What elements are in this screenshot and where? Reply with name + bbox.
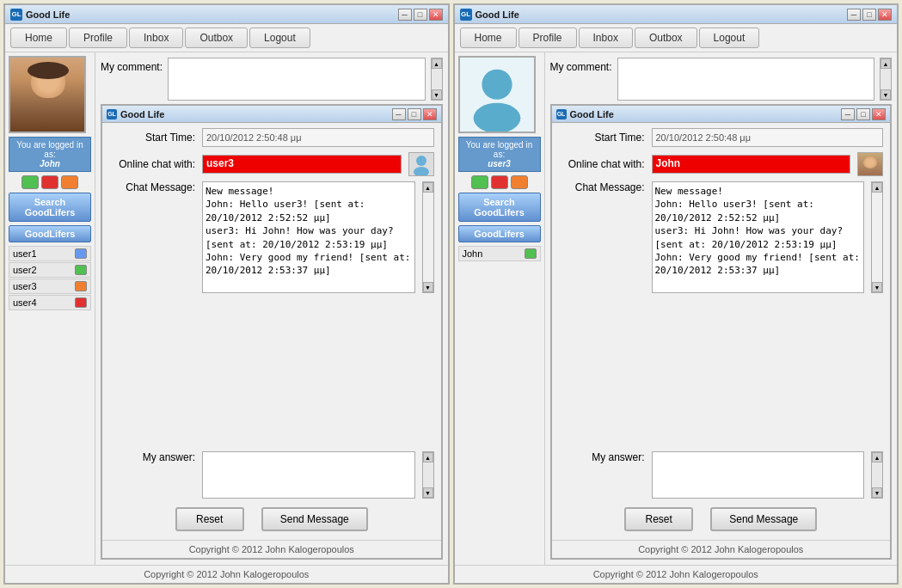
title-bar-1: GL Good Life ─ □ ✕: [5, 5, 448, 24]
online-chat-row-2: Online chat with: John: [559, 152, 884, 176]
nav-outbox-1[interactable]: Outbox: [185, 28, 248, 48]
maximize-btn-1[interactable]: □: [414, 9, 427, 21]
start-time-input-1[interactable]: [202, 128, 434, 147]
nav-profile-1[interactable]: Profile: [69, 28, 127, 48]
logged-in-label-2: You are logged in as:: [463, 140, 537, 159]
window-2: GL Good Life ─ □ ✕ Home Profile Inbox Ou…: [453, 3, 899, 585]
scroll-up-comment-2[interactable]: ▲: [881, 58, 891, 69]
send-btn-2[interactable]: Send Message: [710, 507, 817, 531]
scroll-up-chat-2[interactable]: ▲: [872, 182, 882, 193]
goodlifers-label-2: GoodLifers: [458, 225, 541, 242]
nav-logout-1[interactable]: Logout: [249, 28, 310, 48]
dialog-close-2[interactable]: ✕: [872, 108, 886, 120]
reset-btn-1[interactable]: Reset: [175, 507, 244, 531]
nav-inbox-2[interactable]: Inbox: [579, 28, 633, 48]
scroll-up-comment-1[interactable]: ▲: [432, 58, 442, 69]
chat-content-1[interactable]: [202, 181, 415, 293]
svg-point-1: [414, 167, 429, 175]
answer-textarea-1[interactable]: [202, 451, 415, 499]
nav-profile-2[interactable]: Profile: [518, 28, 577, 48]
nav-outbox-2[interactable]: Outbox: [635, 28, 697, 48]
chat-content-2[interactable]: [652, 181, 865, 293]
user-item-1-1[interactable]: user1: [9, 246, 91, 261]
nav-home-1[interactable]: Home: [10, 28, 67, 48]
main-content-1: You are logged in as: John Search GoodLi…: [5, 52, 448, 565]
chat-message-label-1: Chat Message:: [109, 181, 195, 193]
scroll-up-chat-1[interactable]: ▲: [423, 182, 433, 193]
dialog-maximize-2[interactable]: □: [856, 108, 870, 120]
dot-red-1[interactable]: [41, 175, 58, 189]
outer-footer-2: Copyright © 2012 John Kalogeropoulos: [455, 565, 898, 583]
answer-label-2: My answer:: [559, 451, 645, 463]
nav-home-2[interactable]: Home: [460, 28, 517, 48]
window-title-1: Good Life: [26, 9, 395, 20]
window-controls-2: ─ □ ✕: [847, 9, 892, 21]
logged-in-box-2: You are logged in as: user3: [458, 137, 541, 172]
chat-avatar-1: [408, 152, 434, 176]
user-item-1-4[interactable]: user4: [9, 295, 91, 310]
nav-bar-2: Home Profile Inbox Outbox Logout: [455, 24, 898, 52]
dialog-controls-2: ─ □ ✕: [841, 108, 886, 120]
comment-textarea-1[interactable]: [168, 58, 425, 101]
logged-in-box-1: You are logged in as: John: [9, 137, 91, 172]
search-goodlifers-btn-1[interactable]: Search GoodLifers: [9, 193, 91, 222]
scroll-up-answer-1[interactable]: ▲: [423, 452, 433, 462]
right-content-1: My comment: ▲ ▼ GL Good Life ─ □ ✕: [95, 52, 448, 565]
minimize-btn-1[interactable]: ─: [398, 9, 412, 21]
scroll-down-comment-1[interactable]: ▼: [432, 89, 442, 100]
dialog-maximize-1[interactable]: □: [408, 108, 421, 120]
nav-logout-2[interactable]: Logout: [699, 28, 760, 48]
scroll-up-answer-2[interactable]: ▲: [872, 452, 882, 462]
svg-point-3: [482, 70, 512, 100]
action-buttons-1: Reset Send Message: [109, 504, 434, 535]
scroll-down-comment-2[interactable]: ▼: [881, 89, 891, 100]
avatar-2: [458, 56, 536, 133]
user-item-1-3[interactable]: user3: [9, 279, 91, 294]
chat-with-input-1[interactable]: user3: [202, 155, 402, 174]
dialog-close-1[interactable]: ✕: [423, 108, 437, 120]
user-list-2: John: [458, 246, 541, 261]
scroll-down-chat-1[interactable]: ▼: [423, 282, 433, 292]
user-item-2-1[interactable]: John: [458, 246, 541, 261]
logged-in-user-2: user3: [463, 159, 537, 168]
search-goodlifers-btn-2[interactable]: Search GoodLifers: [458, 193, 541, 222]
online-chat-row-1: Online chat with: user3: [109, 152, 434, 176]
minimize-btn-2[interactable]: ─: [847, 9, 861, 21]
start-time-row-2: Start Time:: [559, 128, 884, 147]
user-name-1-3: user3: [13, 281, 37, 291]
reset-btn-2[interactable]: Reset: [624, 507, 693, 531]
maximize-btn-2[interactable]: □: [862, 9, 876, 21]
answer-textarea-2[interactable]: [652, 451, 865, 499]
dialog-minimize-2[interactable]: ─: [841, 108, 855, 120]
comment-scrollbar-2: ▲ ▼: [880, 58, 892, 101]
chat-with-input-2[interactable]: John: [652, 155, 851, 174]
scroll-down-answer-2[interactable]: ▼: [872, 487, 882, 498]
dot-green-1[interactable]: [21, 175, 39, 189]
close-btn-2[interactable]: ✕: [878, 9, 892, 21]
comment-textarea-2[interactable]: [617, 58, 874, 101]
chat-avatar-icon-1: [410, 153, 433, 175]
generic-avatar-icon: [460, 57, 534, 132]
dot-orange-2[interactable]: [511, 175, 528, 189]
user-item-1-2[interactable]: user2: [9, 262, 91, 278]
dot-red-2[interactable]: [491, 175, 508, 189]
close-btn-1[interactable]: ✕: [429, 9, 443, 21]
dialog-title-bar-2: GL Good Life ─ □ ✕: [552, 106, 891, 123]
dialog-icon-1: GL: [107, 109, 117, 119]
start-time-input-2[interactable]: [652, 128, 884, 147]
dialog-minimize-1[interactable]: ─: [392, 108, 406, 120]
app-icon-1: GL: [10, 9, 22, 21]
nav-inbox-1[interactable]: Inbox: [129, 28, 183, 48]
chat-message-row-1: Chat Message: ▲ ▼: [109, 181, 434, 446]
dialog-body-1: Start Time: Online chat with: user3: [102, 123, 441, 540]
answer-label-1: My answer:: [109, 451, 195, 463]
scroll-down-answer-1[interactable]: ▼: [423, 487, 433, 498]
scroll-down-chat-2[interactable]: ▼: [872, 282, 882, 292]
dialog-2: GL Good Life ─ □ ✕ Start Time: Online ch…: [550, 104, 893, 560]
send-btn-1[interactable]: Send Message: [261, 507, 368, 531]
svg-point-4: [473, 103, 520, 132]
logged-in-user-1: John: [13, 159, 87, 168]
dot-green-2[interactable]: [471, 175, 488, 189]
dot-orange-1[interactable]: [61, 175, 78, 189]
answer-scrollbar-1: ▲ ▼: [422, 451, 434, 499]
